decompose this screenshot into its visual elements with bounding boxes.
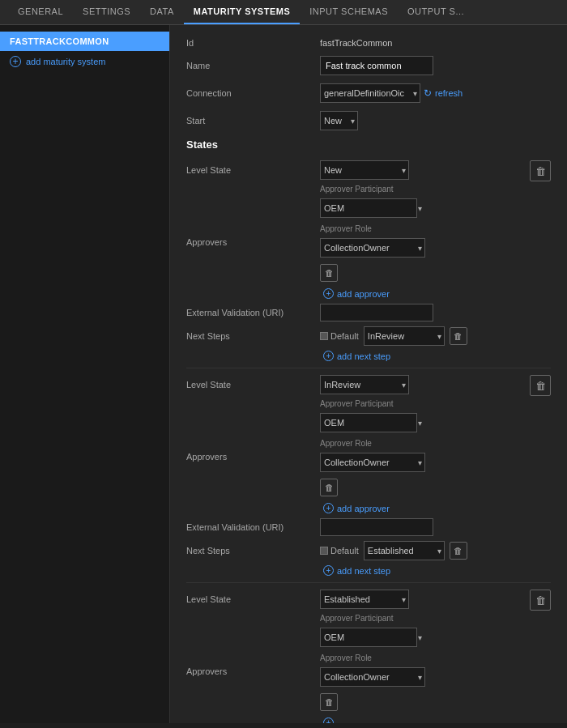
start-dropdown[interactable]: New: [320, 111, 358, 130]
state2-participant-dropdown[interactable]: OEM: [320, 413, 417, 432]
refresh-button[interactable]: ↻ refresh: [420, 86, 466, 100]
start-row: Start New: [186, 111, 551, 130]
state1-add-approver-label: add approver: [337, 289, 390, 299]
state2-nextsteps-dropdown[interactable]: Established: [364, 541, 445, 560]
state2-default-label: Default: [330, 546, 359, 556]
state1-role-dropdown[interactable]: CollectionOwner: [320, 238, 425, 258]
add-maturity-label: add maturity system: [26, 57, 105, 66]
top-nav: GENERAL SETTINGS DATA MATURITY SYSTEMS I…: [0, 0, 567, 25]
state1-approvers-label: Approvers: [186, 237, 320, 247]
state3-role-dropdown[interactable]: CollectionOwner: [320, 667, 425, 687]
sidebar-item-fasttrackcommon[interactable]: FASTTRACKCOMMON: [0, 32, 169, 51]
state2-extval-input[interactable]: [320, 518, 433, 536]
state2-default-checkbox[interactable]: [320, 547, 328, 555]
state-block-1: Level State New 🗑 Approvers Approver Par…: [186, 160, 551, 361]
nav-item-input[interactable]: INPUT SCHEMAS: [300, 0, 398, 24]
nav-item-output[interactable]: OUTPUT S...: [398, 0, 474, 24]
trash-icon: 🗑: [535, 380, 546, 392]
state1-extval-input[interactable]: [320, 304, 433, 321]
state2-extval-label: External Validation (URI): [186, 522, 320, 532]
trash-icon: 🗑: [535, 165, 546, 177]
state1-nextstep-delete-button[interactable]: 🗑: [450, 327, 467, 345]
plus-circle-icon: +: [10, 56, 21, 67]
state1-add-nextstep-label: add next step: [337, 351, 390, 361]
state1-nextsteps-row: Next Steps Default InReview 🗑: [186, 326, 551, 346]
state2-add-nextstep-row: + add next step: [186, 565, 551, 576]
state1-approvers-row: Approvers Approver Participant OEM Appro…: [186, 185, 551, 299]
name-row: Name: [186, 56, 551, 75]
state3-approver-delete-button[interactable]: 🗑: [320, 693, 338, 711]
state3-approver-block: Approver Participant OEM Approver Role C…: [320, 614, 425, 723]
nav-item-general[interactable]: GENERAL: [8, 0, 73, 24]
state1-extval-row: External Validation (URI): [186, 304, 551, 321]
state1-default-check-wrap: Default: [320, 331, 359, 341]
state1-role-dropdown-wrap: CollectionOwner: [320, 238, 425, 258]
state2-nextsteps-dropdown-wrap: Established: [364, 541, 445, 560]
state1-delete-button[interactable]: 🗑: [530, 160, 551, 181]
state2-nextsteps-label: Next Steps: [186, 546, 320, 556]
state3-add-approver-link[interactable]: +: [323, 717, 425, 723]
state2-approver-block: Approver Participant OEM Approver Role C…: [320, 399, 425, 513]
connection-dropdown-wrap: generalDefinitionOic: [320, 83, 420, 103]
nav-item-data[interactable]: DATA: [140, 0, 184, 24]
state3-level-dropdown-wrap: Established: [320, 590, 409, 609]
state2-approver-role-label: Approver Role: [320, 439, 425, 448]
state2-approver-delete-button[interactable]: 🗑: [320, 479, 338, 496]
state3-participant-dropdown[interactable]: OEM: [320, 628, 417, 647]
refresh-icon: ↻: [424, 87, 432, 99]
connection-label: Connection: [186, 88, 320, 98]
states-section-title: States: [186, 138, 551, 151]
nav-item-settings[interactable]: SETTINGS: [73, 0, 140, 24]
state1-approver-participant-label: Approver Participant: [320, 185, 425, 194]
state3-participant-dropdown-wrap: OEM: [320, 628, 425, 647]
state2-add-approver-label: add approver: [337, 504, 390, 513]
state2-level-row: Level State InReview 🗑: [186, 375, 551, 394]
sidebar: FASTTRACKCOMMON + add maturity system: [0, 25, 170, 723]
state2-role-dropdown-wrap: CollectionOwner: [320, 453, 425, 472]
state1-approver-role-label: Approver Role: [320, 224, 425, 233]
state2-default-check-wrap: Default: [320, 546, 359, 556]
state3-level-dropdown[interactable]: Established: [320, 590, 409, 609]
state1-approver-delete-button[interactable]: 🗑: [320, 264, 338, 282]
state2-delete-button[interactable]: 🗑: [530, 375, 551, 396]
state2-nextstep-delete-button[interactable]: 🗑: [450, 542, 467, 560]
state1-add-approver-link[interactable]: + add approver: [323, 288, 425, 299]
state1-participant-dropdown-wrap: OEM: [320, 198, 425, 218]
state2-nextsteps-content: Default Established 🗑: [320, 541, 467, 560]
state2-add-approver-link[interactable]: + add approver: [323, 503, 425, 513]
state3-delete-button[interactable]: 🗑: [530, 590, 551, 611]
name-input[interactable]: [320, 56, 433, 75]
state1-approver-block: Approver Participant OEM Approver Role C…: [320, 185, 425, 299]
id-value: fastTrackCommon: [320, 38, 392, 48]
state2-level-dropdown[interactable]: InReview: [320, 375, 409, 394]
id-row: Id fastTrackCommon: [186, 38, 551, 48]
state2-add-nextstep-link[interactable]: + add next step: [323, 565, 390, 576]
id-label: Id: [186, 38, 320, 48]
state2-level-label: Level State: [186, 380, 320, 390]
state1-add-nextstep-row: + add next step: [186, 351, 551, 361]
state1-participant-dropdown[interactable]: OEM: [320, 198, 417, 218]
state3-role-dropdown-wrap: CollectionOwner: [320, 667, 425, 687]
plus-icon: +: [323, 717, 334, 723]
main-layout: FASTTRACKCOMMON + add maturity system Id…: [0, 25, 567, 723]
state1-nextsteps-dropdown[interactable]: InReview: [364, 326, 445, 346]
start-dropdown-wrap: New: [320, 111, 358, 130]
state1-level-dropdown[interactable]: New: [320, 160, 409, 180]
state3-approver-role-label: Approver Role: [320, 653, 425, 662]
state1-nextsteps-content: Default InReview 🗑: [320, 326, 467, 346]
plus-icon: +: [323, 503, 334, 513]
state1-default-checkbox[interactable]: [320, 332, 328, 340]
plus-icon: +: [323, 565, 334, 576]
state2-approvers-label: Approvers: [186, 452, 320, 462]
state2-nextsteps-row: Next Steps Default Established 🗑: [186, 541, 551, 560]
state-block-2: Level State InReview 🗑 Approvers Approve…: [186, 375, 551, 576]
nav-item-maturity[interactable]: MATURITY SYSTEMS: [184, 0, 300, 24]
state1-nextsteps-label: Next Steps: [186, 331, 320, 341]
add-maturity-system-button[interactable]: + add maturity system: [0, 51, 169, 72]
connection-dropdown[interactable]: generalDefinitionOic: [320, 83, 420, 103]
refresh-label: refresh: [435, 88, 463, 98]
name-label: Name: [186, 61, 320, 70]
state3-approver-participant-label: Approver Participant: [320, 614, 425, 623]
state2-role-dropdown[interactable]: CollectionOwner: [320, 453, 425, 472]
state1-add-nextstep-link[interactable]: + add next step: [323, 351, 390, 361]
